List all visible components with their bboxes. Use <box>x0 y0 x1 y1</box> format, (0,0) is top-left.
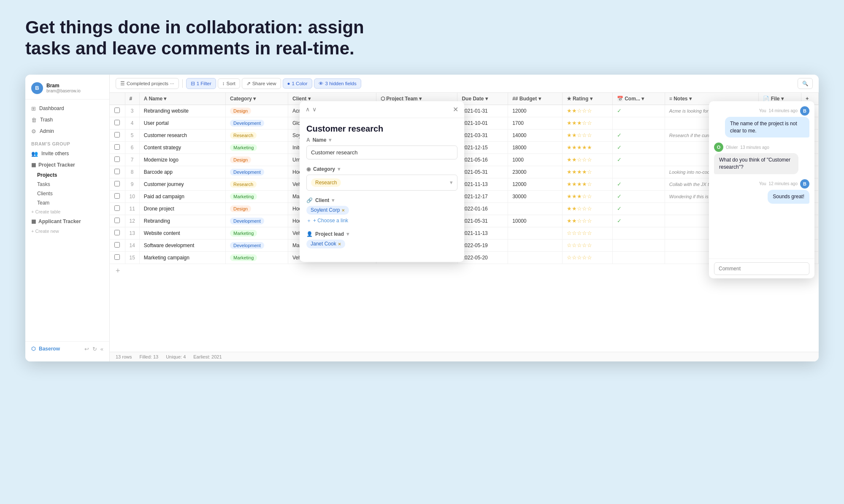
col-header-name[interactable]: A Name ▾ <box>139 93 225 105</box>
row-category[interactable]: Development <box>225 166 288 178</box>
sidebar-item-invite[interactable]: 👥 Invite others <box>25 148 109 159</box>
row-category[interactable]: Marketing <box>225 141 288 154</box>
category-field-icon: ◉ <box>306 166 311 172</box>
field-client-label: 🔗 Client ▾ <box>306 197 457 203</box>
col-header-com[interactable]: 📅 Com... ▾ <box>612 93 665 105</box>
row-name[interactable]: Paid ad campaign <box>139 190 225 202</box>
baserow-label: Baserow <box>39 346 60 352</box>
row-budget: 12000 <box>508 105 562 117</box>
applicant-tracker-label: ▦ Applicant Tracker <box>25 216 109 227</box>
detail-nav-down[interactable]: ∨ <box>312 106 316 113</box>
row-complete <box>612 166 665 178</box>
col-header-category[interactable]: Category ▾ <box>225 93 288 105</box>
row-budget: 1000 <box>508 154 562 166</box>
row-name[interactable]: Modernize logo <box>139 154 225 166</box>
row-name[interactable]: Website content <box>139 227 225 239</box>
choose-link-btn[interactable]: ＋ + Choose a link <box>306 217 457 224</box>
row-category[interactable]: Research <box>225 129 288 141</box>
row-checkbox[interactable] <box>110 251 125 264</box>
sidebar-user[interactable]: B Bram bram@baserow.io <box>25 80 109 100</box>
row-rating: ☆☆☆☆☆ <box>562 251 612 264</box>
row-num: 9 <box>125 178 139 190</box>
sidebar-item-clients[interactable]: Clients <box>25 189 109 198</box>
row-complete: ✓ <box>612 129 665 141</box>
row-name[interactable]: Software development <box>139 239 225 251</box>
project-lead-tag-remove[interactable]: × <box>338 241 341 247</box>
col-header-due[interactable]: Due Date ▾ <box>457 93 508 105</box>
row-category[interactable]: Marketing <box>225 190 288 202</box>
row-count: 13 rows <box>116 354 132 359</box>
row-name[interactable]: Drone project <box>139 202 225 215</box>
row-budget <box>508 239 562 251</box>
create-table-btn[interactable]: + Create table <box>25 208 109 216</box>
collapse-icon[interactable]: « <box>100 346 103 352</box>
user-name: Bram <box>46 83 81 89</box>
hidden-fields-btn[interactable]: 👁 3 hidden fields <box>314 78 361 89</box>
row-name[interactable]: Rebranding <box>139 215 225 227</box>
row-checkbox[interactable] <box>110 202 125 215</box>
row-checkbox[interactable] <box>110 178 125 190</box>
row-complete: ✓ <box>612 215 665 227</box>
row-name[interactable]: Customer research <box>139 129 225 141</box>
sidebar-item-dashboard[interactable]: ⊞ Dashboard <box>25 103 109 114</box>
row-checkbox[interactable] <box>110 166 125 178</box>
sidebar-item-tasks[interactable]: Tasks <box>25 180 109 189</box>
row-checkbox[interactable] <box>110 154 125 166</box>
app-window: B Bram bram@baserow.io ⊞ Dashboard 🗑 Tra… <box>25 75 819 361</box>
table-container[interactable]: # A Name ▾ Category ▾ Client ▾ ⬡ Project… <box>110 93 819 352</box>
row-category[interactable]: Design <box>225 202 288 215</box>
search-btn[interactable]: 🔍 <box>798 78 813 89</box>
detail-close-btn[interactable]: ✕ <box>453 105 458 113</box>
row-name[interactable]: Rebranding website <box>139 105 225 117</box>
chat-input[interactable] <box>714 262 809 275</box>
row-category[interactable]: Research <box>225 178 288 190</box>
sidebar-item-trash[interactable]: 🗑 Trash <box>25 114 109 126</box>
row-checkbox[interactable] <box>110 105 125 117</box>
row-checkbox[interactable] <box>110 129 125 141</box>
create-new-btn[interactable]: + Create new <box>25 227 109 235</box>
detail-nav-up[interactable]: ∧ <box>306 106 310 113</box>
row-category[interactable]: Design <box>225 154 288 166</box>
category-tag: Research <box>311 178 341 187</box>
category-select[interactable]: Research ▾ <box>306 175 457 191</box>
row-category[interactable]: Marketing <box>225 227 288 239</box>
name-input[interactable] <box>306 146 457 159</box>
share-btn[interactable]: ⇗ Share view <box>242 78 281 89</box>
sidebar-item-label: Trash <box>40 117 53 123</box>
sidebar-item-projects[interactable]: Projects <box>25 170 109 180</box>
redo-icon[interactable]: ↻ <box>92 346 97 352</box>
row-checkbox[interactable] <box>110 239 125 251</box>
dashboard-icon: ⊞ <box>31 105 36 112</box>
row-name[interactable]: Barcode app <box>139 166 225 178</box>
row-name[interactable]: Content strategy <box>139 141 225 154</box>
row-name[interactable]: Marketing campaign <box>139 251 225 264</box>
row-due: 2021-05-31 <box>457 166 508 178</box>
row-category[interactable]: Development <box>225 117 288 129</box>
row-category[interactable]: Marketing <box>225 251 288 264</box>
view-selector-btn[interactable]: ☰ Completed projects ··· <box>116 78 179 89</box>
row-checkbox[interactable] <box>110 215 125 227</box>
row-category[interactable]: Development <box>225 239 288 251</box>
filled-count: Filled: 13 <box>140 354 159 359</box>
color-btn[interactable]: ● 1 Color <box>283 78 312 89</box>
client-tag-remove[interactable]: × <box>341 207 345 213</box>
row-category[interactable]: Design <box>225 105 288 117</box>
group-label: Bram's group <box>25 137 109 148</box>
row-category[interactable]: Development <box>225 215 288 227</box>
col-header-rating[interactable]: ★ Rating ▾ <box>562 93 612 105</box>
row-checkbox[interactable] <box>110 227 125 239</box>
row-complete <box>612 227 665 239</box>
sidebar-item-team[interactable]: Team <box>25 198 109 208</box>
user-email: bram@baserow.io <box>46 89 81 93</box>
undo-icon[interactable]: ↩ <box>84 346 89 352</box>
row-checkbox[interactable] <box>110 117 125 129</box>
add-row-btn[interactable]: + <box>110 264 126 278</box>
row-name[interactable]: User portal <box>139 117 225 129</box>
row-name[interactable]: Customer journey <box>139 178 225 190</box>
col-header-budget[interactable]: ## Budget ▾ <box>508 93 562 105</box>
sidebar-item-admin[interactable]: ⚙ Admin <box>25 126 109 137</box>
sort-btn[interactable]: ↕ Sort <box>218 78 240 89</box>
row-checkbox[interactable] <box>110 190 125 202</box>
row-checkbox[interactable] <box>110 141 125 154</box>
filter-btn[interactable]: ⊟ 1 Filter <box>186 78 216 89</box>
